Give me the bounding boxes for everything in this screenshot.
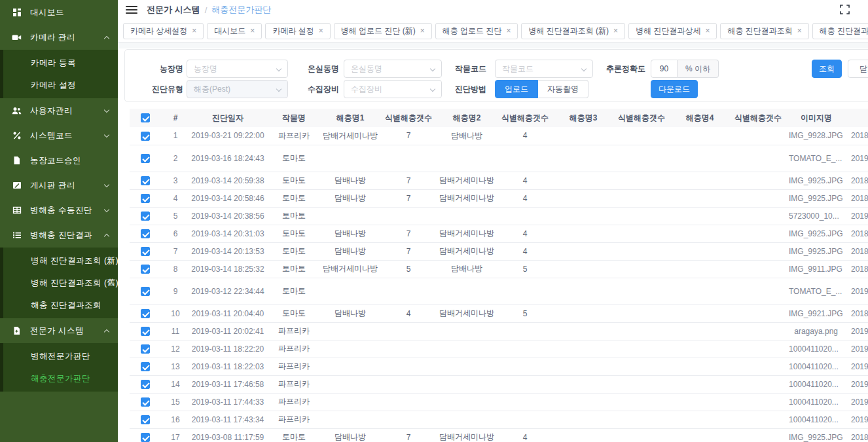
cell-sel[interactable] — [130, 278, 161, 304]
cell-reg: 2019 — [844, 207, 868, 225]
cell-sel[interactable] — [130, 260, 161, 278]
cell-sel[interactable] — [130, 322, 161, 340]
row-checkbox[interactable] — [141, 344, 150, 354]
method-option-업로드[interactable]: 업로드 — [495, 80, 538, 98]
sidebar-item-병해충 진단결과[interactable]: 병해충 진단결과 — [0, 223, 118, 248]
sidebar-item-대시보드[interactable]: 대시보드 — [0, 0, 118, 25]
cell-sel[interactable] — [130, 242, 161, 260]
cell-num: 12 — [161, 340, 190, 358]
select-all-checkbox[interactable] — [141, 113, 150, 122]
cell-sel[interactable] — [130, 127, 161, 145]
sidebar-item-사용자관리[interactable]: 사용자관리 — [0, 98, 118, 123]
row-checkbox[interactable] — [141, 397, 150, 407]
close-tab-icon[interactable]: × — [319, 27, 323, 35]
sidebar-item-시스템코드[interactable]: 시스템코드 — [0, 123, 118, 148]
close-tab-icon[interactable]: × — [192, 27, 196, 35]
close-button[interactable]: 닫기 — [848, 60, 868, 78]
col-header-image: 이미지명 — [788, 109, 844, 127]
cell-sel[interactable] — [130, 340, 161, 358]
chevron-up-icon — [104, 233, 109, 238]
row-checkbox[interactable] — [141, 362, 150, 371]
close-tab-icon[interactable]: × — [705, 27, 710, 35]
menu-toggle-icon[interactable] — [126, 4, 137, 16]
close-tab-icon[interactable]: × — [506, 27, 511, 35]
row-checkbox[interactable] — [141, 327, 150, 336]
sidebar-subitem-카메라 등록[interactable]: 카메라 등록 — [3, 52, 118, 74]
row-checkbox[interactable] — [141, 415, 150, 424]
farm-select[interactable]: 농장명 — [187, 60, 288, 78]
cell-cnt2: 5 — [495, 260, 555, 278]
close-tab-icon[interactable]: × — [797, 27, 802, 35]
greenhouse-select[interactable]: 온실동명 — [344, 60, 442, 78]
cell-sel[interactable] — [130, 375, 161, 393]
fullscreen-icon[interactable] — [840, 5, 850, 17]
topbar: 전문가 시스템 / 해충전문가판단 — [118, 0, 868, 20]
tab-카메라 상세설정[interactable]: 카메라 상세설정 × — [123, 23, 204, 39]
sidebar-item-농장코드승인[interactable]: 농장코드승인 — [0, 148, 118, 173]
sidebar-subitem-병해 진단결과조회 (舊)[interactable]: 병해 진단결과조회 (舊) — [3, 272, 118, 294]
col-header-cnt4: 식별해충갯수 — [728, 109, 788, 127]
row-checkbox[interactable] — [141, 380, 150, 389]
row-checkbox[interactable] — [141, 176, 150, 185]
search-button[interactable]: 조회 — [812, 60, 842, 78]
cell-cnt2: 4 — [495, 172, 555, 189]
cell-cnt4 — [728, 393, 788, 411]
col-header-sel[interactable] — [130, 109, 161, 127]
row-checkbox[interactable] — [141, 265, 150, 274]
sidebar-item-전문가 시스템[interactable]: 전문가 시스템 — [0, 318, 118, 343]
row-checkbox[interactable] — [141, 194, 150, 203]
tab-병해 진단결과조회 (新)[interactable]: 병해 진단결과조회 (新) × — [521, 23, 625, 39]
tab-해충 업로드 진단[interactable]: 해충 업로드 진단 × — [435, 23, 518, 39]
row-checkbox[interactable] — [141, 132, 150, 141]
sidebar-subitem-해충 진단결과조회[interactable]: 해충 진단결과조회 — [3, 294, 118, 316]
row-checkbox[interactable] — [141, 247, 150, 256]
sidebar-subitem-병해 진단결과조회 (新)[interactable]: 병해 진단결과조회 (新) — [3, 249, 118, 272]
tab-카메라 설정[interactable]: 카메라 설정 × — [265, 23, 330, 39]
sidebar-item-게시판 관리[interactable]: 게시판 관리 — [0, 173, 118, 198]
cell-sel[interactable] — [130, 145, 161, 172]
cell-cnt3 — [611, 322, 672, 340]
sidebar-subitem-해충전문가판단[interactable]: 해충전문가판단 — [3, 367, 118, 390]
download-button[interactable]: 다운로드 — [651, 80, 698, 98]
tab-해충 진단결과상세[interactable]: 해충 진단결과상세 × — [812, 23, 868, 39]
row-checkbox[interactable] — [141, 309, 150, 318]
row-checkbox[interactable] — [141, 229, 150, 238]
sidebar-subitem-병해전문가판단[interactable]: 병해전문가판단 — [3, 345, 118, 367]
close-tab-icon[interactable]: × — [250, 27, 255, 35]
tab-해충 진단결과조회[interactable]: 해충 진단결과조회 × — [720, 23, 808, 39]
cell-sel[interactable] — [130, 189, 161, 207]
device-select[interactable]: 수집장비 — [344, 80, 442, 98]
tab-대시보드[interactable]: 대시보드 × — [207, 23, 262, 39]
close-tab-icon[interactable]: × — [420, 27, 425, 35]
crop-code-select[interactable]: 작물코드 — [495, 60, 593, 78]
tab-병해 업로드 진단 (新)[interactable]: 병해 업로드 진단 (新) × — [334, 23, 432, 39]
row-checkbox[interactable] — [141, 287, 150, 296]
cell-sel[interactable] — [130, 428, 161, 442]
cell-sel[interactable] — [130, 358, 161, 375]
row-checkbox[interactable] — [141, 433, 150, 442]
cell-cnt3 — [611, 411, 672, 428]
sidebar-item-카메라 관리[interactable]: 카메라 관리 — [0, 25, 118, 50]
tab-병해 진단결과상세[interactable]: 병해 진단결과상세 × — [628, 23, 717, 39]
cell-cnt3 — [611, 242, 672, 260]
method-button-group: 업로드자동촬영 — [495, 80, 588, 98]
cell-sel[interactable] — [130, 304, 161, 322]
cell-sel[interactable] — [130, 411, 161, 428]
cell-crop: 토마토 — [266, 189, 322, 207]
sidebar-item-label: 병해충 수동진단 — [30, 205, 105, 216]
sidebar-subitem-카메라 설정[interactable]: 카메라 설정 — [3, 74, 118, 96]
cell-sel[interactable] — [130, 225, 161, 242]
sidebar-item-병해충 수동진단[interactable]: 병해충 수동진단 — [0, 198, 118, 223]
close-tab-icon[interactable]: × — [613, 27, 618, 35]
cell-pest3 — [555, 278, 611, 304]
cell-sel[interactable] — [130, 207, 161, 225]
row-checkbox[interactable] — [141, 154, 150, 163]
accuracy-input[interactable] — [651, 60, 678, 78]
row-checkbox[interactable] — [141, 212, 150, 221]
method-option-자동촬영[interactable]: 자동촬영 — [538, 80, 588, 98]
cell-num: 7 — [161, 242, 190, 260]
cell-sel[interactable] — [130, 172, 161, 189]
cell-num: 10 — [161, 304, 190, 322]
cell-sel[interactable] — [130, 393, 161, 411]
cell-cnt2: 4 — [495, 242, 555, 260]
